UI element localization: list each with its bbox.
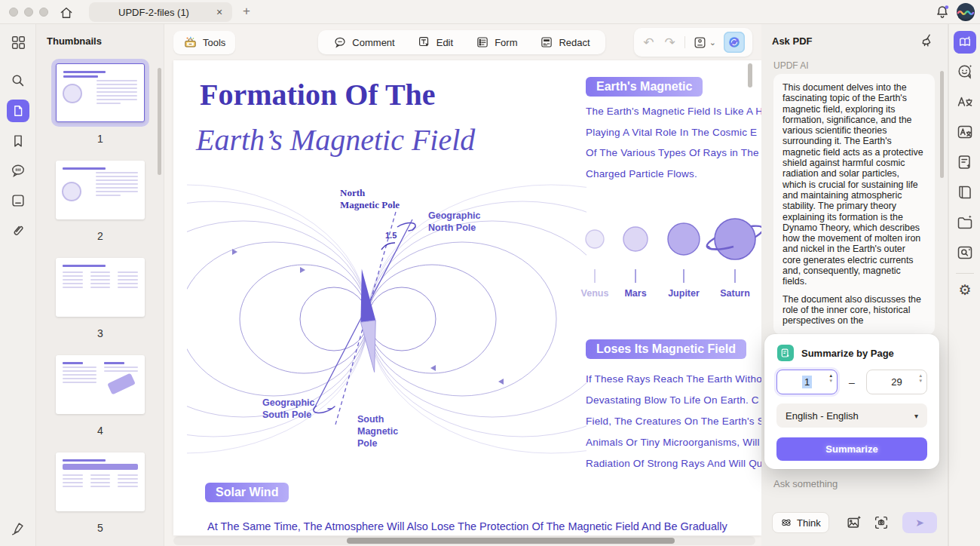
avatar-wave-icon (957, 3, 975, 21)
thumbnail-page-3[interactable]: 3 (36, 253, 164, 339)
thumbnail-page-number: 5 (97, 522, 103, 534)
page-from-stepper[interactable]: ▴ ▾ (829, 373, 832, 383)
document-area: Tools Comment Edit (164, 24, 761, 546)
page-from-value: 1 (802, 376, 812, 388)
stepper-down-icon[interactable]: ▾ (829, 378, 832, 383)
notifications-button[interactable] (933, 3, 951, 21)
range-dash: – (838, 376, 866, 388)
pdf-page[interactable]: Formation Of The Earth’s Magnetic Field (173, 60, 761, 535)
divider (956, 273, 974, 274)
close-window-button[interactable] (9, 8, 18, 17)
attachment-icon[interactable] (10, 222, 26, 239)
page-thumbnail-icon (11, 103, 26, 118)
send-button[interactable]: ➤ (902, 512, 937, 533)
form-label: Form (495, 37, 517, 48)
pdf-text-line: Animals Or Tiny Microorganisms, Will (586, 437, 760, 448)
edit-label: Edit (436, 37, 453, 48)
ask-pdf-title: Ask PDF (772, 35, 812, 47)
comment-tool-button[interactable]: Comment (333, 35, 394, 49)
thumbnail-page-number: 1 (97, 133, 103, 145)
magnetic-field-diagram: North Magnetic Pole 1.5 Geographic North… (187, 179, 586, 504)
ai-chat-icon[interactable] (956, 63, 974, 81)
comment-label: Comment (352, 37, 394, 48)
stepper-up-icon[interactable]: ▴ (919, 373, 922, 378)
pdf-text-line: Playing A Vital Role In The Cosmic E (586, 127, 757, 138)
geographic-north-pole-label-2: North Pole (428, 222, 476, 233)
thumbnail-preview (56, 452, 145, 511)
thumbnail-page-5[interactable]: 5 (36, 448, 164, 534)
think-toggle-button[interactable]: Think (772, 512, 829, 533)
sidebar-item-thumbnails[interactable] (7, 100, 29, 122)
page-to-value: 29 (867, 376, 926, 388)
ai-search-icon[interactable] (956, 244, 974, 262)
minimize-window-button[interactable] (24, 8, 33, 17)
ai-assistant-toggle[interactable] (724, 32, 745, 53)
ai-folder-icon[interactable] (956, 213, 974, 232)
search-icon[interactable] (10, 72, 26, 89)
stepper-down-icon[interactable]: ▾ (919, 378, 922, 383)
undo-icon[interactable]: ↶ (642, 36, 655, 49)
thumbnail-page-number: 3 (97, 327, 103, 339)
form-icon (476, 35, 489, 49)
comments-icon[interactable] (10, 162, 26, 179)
tools-button[interactable]: Tools (173, 31, 235, 54)
settings-gear-icon[interactable]: ⚙ (956, 281, 974, 299)
clear-chat-broom-icon[interactable] (919, 32, 936, 49)
redact-tool-button[interactable]: Redact (540, 35, 590, 49)
north-magnetic-pole-label-1: North (340, 187, 366, 198)
ask-input[interactable]: Ask something (773, 478, 838, 489)
ask-input-footer: Think ➤ (772, 511, 937, 534)
pdf-text-line: Field, The Creatures On The Earth's S (586, 416, 761, 427)
redo-icon[interactable]: ↷ (663, 36, 677, 49)
form-tool-button[interactable]: Form (476, 35, 517, 49)
pdf-title-line1: Formation Of The (200, 77, 436, 112)
signature-icon[interactable] (10, 520, 26, 537)
rail-item-ask-pdf-active[interactable] (954, 31, 976, 54)
summarize-popup-title: Summarize by Page (801, 348, 894, 359)
page-from-input[interactable]: 1 ▴ ▾ (776, 370, 838, 394)
window-controls[interactable] (9, 8, 48, 17)
ai-summary-note-icon[interactable] (956, 153, 974, 171)
summarize-button[interactable]: Summarize (776, 437, 927, 461)
home-button[interactable] (57, 4, 75, 22)
tab-close-icon[interactable]: × (213, 5, 226, 19)
page-to-stepper[interactable]: ▴ ▾ (919, 373, 922, 383)
pdf-text-line: Devastating Blow To Life On Earth. C (586, 394, 759, 406)
pdf-text-line: The Earth's Magnetic Field Is Like A H (586, 106, 761, 117)
thumbnail-page-1[interactable]: 1 (36, 59, 164, 145)
planet-label-jupiter: Jupiter (668, 288, 700, 299)
grid-view-icon[interactable] (10, 34, 26, 51)
bookmark-icon[interactable] (10, 133, 26, 149)
ai-tools-rail: ⚙ (948, 24, 980, 546)
think-label: Think (797, 517, 821, 529)
screenshot-camera-icon[interactable] (873, 514, 890, 531)
loses-magnetic-field-badge: Loses Its Magnetic Field (586, 339, 746, 359)
translate-text-icon[interactable] (956, 93, 974, 111)
reader-book-icon[interactable] (956, 183, 974, 201)
horizontal-scrollbar[interactable] (347, 538, 675, 544)
thumbnails-header: Thumbnails (47, 35, 102, 47)
stepper-up-icon[interactable]: ▴ (829, 373, 832, 378)
translate-page-icon[interactable] (956, 123, 974, 141)
thumbnail-page-4[interactable]: 4 (36, 351, 164, 437)
zoom-window-button[interactable] (39, 8, 48, 17)
avatar[interactable] (957, 3, 975, 21)
thumbnail-page-2[interactable]: 2 (36, 156, 164, 242)
ask-panel-scrollbar[interactable] (940, 71, 944, 178)
edit-tool-button[interactable]: Edit (418, 35, 453, 49)
language-select[interactable]: English - English ▾ (776, 403, 927, 428)
south-magnetic-pole-label-2: Magnetic (357, 426, 398, 437)
flatten-export-icon[interactable] (10, 192, 26, 209)
save-chevron-down-icon[interactable]: ⌄ (709, 38, 716, 48)
save-button[interactable]: ⌄ (693, 35, 716, 50)
pdf-text-line: Charged Particle Flows. (586, 168, 697, 179)
new-tab-button[interactable]: + (238, 3, 255, 20)
document-vertical-scrollbar[interactable] (748, 63, 752, 87)
document-tab[interactable]: UPDF-2-files (1) × (89, 2, 232, 22)
ai-summary-paragraph-2: The document also discusses the role of … (782, 294, 926, 327)
solar-wind-badge: Solar Wind (205, 483, 289, 502)
thumbnails-scrollbar[interactable] (158, 68, 161, 175)
attach-image-icon[interactable] (846, 514, 862, 531)
page-to-input[interactable]: 29 ▴ ▾ (866, 370, 927, 394)
bell-icon (933, 3, 951, 21)
